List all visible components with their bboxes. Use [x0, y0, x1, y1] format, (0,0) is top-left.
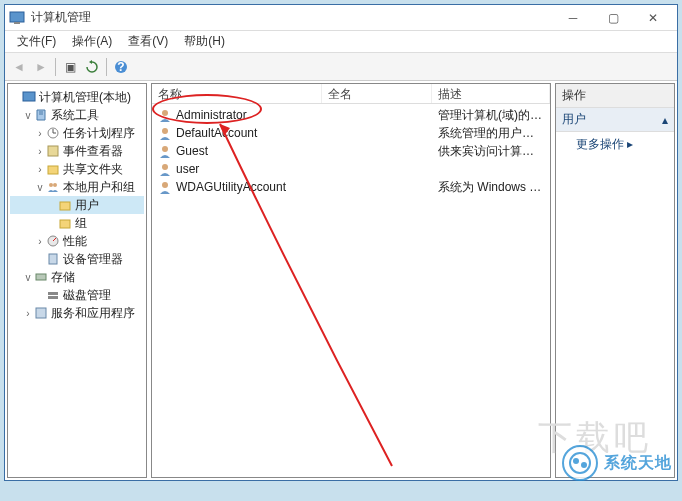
- list-row[interactable]: WDAGUtilityAccount系统为 Windows Defender 应…: [152, 178, 550, 196]
- user-name: Administrator: [176, 108, 247, 122]
- menu-file[interactable]: 文件(F): [9, 31, 64, 52]
- user-desc: 系统为 Windows Defender 应用...: [432, 179, 550, 196]
- user-name: WDAGUtilityAccount: [176, 180, 286, 194]
- list-row[interactable]: user: [152, 160, 550, 178]
- refresh-button[interactable]: [82, 57, 102, 77]
- svg-rect-17: [36, 308, 46, 318]
- svg-rect-1: [14, 22, 20, 24]
- back-button[interactable]: ◄: [9, 57, 29, 77]
- col-name[interactable]: 名称: [152, 84, 322, 103]
- up-button[interactable]: ▣: [60, 57, 80, 77]
- minimize-button[interactable]: ─: [553, 6, 593, 30]
- svg-rect-4: [23, 92, 35, 101]
- user-name: user: [176, 162, 199, 176]
- svg-point-23: [570, 453, 590, 473]
- menu-view[interactable]: 查看(V): [120, 31, 176, 52]
- menu-help[interactable]: 帮助(H): [176, 31, 233, 52]
- watermark: 系统天地: [562, 445, 672, 481]
- svg-point-21: [162, 164, 168, 170]
- actions-header: 操作: [556, 84, 674, 108]
- titlebar: 计算机管理 ─ ▢ ✕: [5, 5, 677, 31]
- svg-point-25: [581, 462, 587, 468]
- tree-local-users-groups[interactable]: v本地用户和组: [10, 178, 144, 196]
- svg-point-9: [53, 183, 57, 187]
- user-icon: [158, 162, 172, 176]
- list-header: 名称 全名 描述: [152, 84, 550, 104]
- tree-services-apps[interactable]: ›服务和应用程序: [10, 304, 144, 322]
- user-icon: [158, 144, 172, 158]
- tree-users[interactable]: 用户: [10, 196, 144, 214]
- user-name: DefaultAccount: [176, 126, 257, 140]
- actions-pane: 操作 用户▴ 更多操作 ▸: [555, 83, 675, 478]
- chevron-up-icon: ▴: [662, 113, 668, 127]
- svg-point-18: [162, 110, 168, 116]
- watermark-text: 系统天地: [604, 453, 672, 474]
- user-desc: 供来宾访问计算机或访问域的内...: [432, 143, 550, 160]
- tree-groups[interactable]: 组: [10, 214, 144, 232]
- chevron-right-icon: ▸: [627, 137, 633, 151]
- watermark-logo-icon: [562, 445, 598, 481]
- svg-point-24: [573, 458, 579, 464]
- app-window: 计算机管理 ─ ▢ ✕ 文件(F) 操作(A) 查看(V) 帮助(H) ◄ ► …: [4, 4, 678, 481]
- user-icon: [158, 108, 172, 122]
- svg-rect-6: [48, 146, 58, 156]
- list-row[interactable]: DefaultAccount系统管理的用户帐户。: [152, 124, 550, 142]
- menu-action[interactable]: 操作(A): [64, 31, 120, 52]
- user-icon: [158, 180, 172, 194]
- list-row[interactable]: Administrator管理计算机(域)的内置帐户: [152, 106, 550, 124]
- svg-point-19: [162, 128, 168, 134]
- actions-more[interactable]: 更多操作 ▸: [556, 132, 674, 157]
- svg-rect-15: [48, 292, 58, 295]
- tree-root[interactable]: 计算机管理(本地): [10, 88, 144, 106]
- actions-group-users[interactable]: 用户▴: [556, 108, 674, 132]
- svg-text:?: ?: [117, 60, 124, 74]
- forward-button[interactable]: ►: [31, 57, 51, 77]
- svg-rect-14: [36, 274, 46, 280]
- close-button[interactable]: ✕: [633, 6, 673, 30]
- svg-rect-10: [60, 202, 70, 210]
- svg-rect-0: [10, 12, 24, 22]
- list-pane: 名称 全名 描述 Administrator管理计算机(域)的内置帐户Defau…: [151, 83, 551, 478]
- tree-performance[interactable]: ›性能: [10, 232, 144, 250]
- window-title: 计算机管理: [31, 9, 553, 26]
- tree-storage[interactable]: v存储: [10, 268, 144, 286]
- col-fullname[interactable]: 全名: [322, 84, 432, 103]
- tree-system-tools[interactable]: v系统工具: [10, 106, 144, 124]
- maximize-button[interactable]: ▢: [593, 6, 633, 30]
- menubar: 文件(F) 操作(A) 查看(V) 帮助(H): [5, 31, 677, 53]
- user-desc: 管理计算机(域)的内置帐户: [432, 107, 550, 124]
- tree-task-scheduler[interactable]: ›任务计划程序: [10, 124, 144, 142]
- list-row[interactable]: Guest供来宾访问计算机或访问域的内...: [152, 142, 550, 160]
- tree-device-manager[interactable]: 设备管理器: [10, 250, 144, 268]
- user-desc: 系统管理的用户帐户。: [432, 125, 550, 142]
- list-body: Administrator管理计算机(域)的内置帐户DefaultAccount…: [152, 104, 550, 477]
- svg-rect-7: [48, 166, 58, 174]
- toolbar: ◄ ► ▣ ?: [5, 53, 677, 81]
- user-icon: [158, 126, 172, 140]
- tree-disk-management[interactable]: 磁盘管理: [10, 286, 144, 304]
- col-description[interactable]: 描述: [432, 84, 550, 103]
- tree-shared-folders[interactable]: ›共享文件夹: [10, 160, 144, 178]
- tree-pane: 计算机管理(本地) v系统工具 ›任务计划程序 ›事件查看器 ›共享文件夹 v本…: [7, 83, 147, 478]
- svg-rect-16: [48, 296, 58, 299]
- svg-point-8: [49, 183, 53, 187]
- content-area: 计算机管理(本地) v系统工具 ›任务计划程序 ›事件查看器 ›共享文件夹 v本…: [5, 81, 677, 480]
- svg-point-22: [162, 182, 168, 188]
- tree-event-viewer[interactable]: ›事件查看器: [10, 142, 144, 160]
- svg-rect-13: [49, 254, 57, 264]
- help-button[interactable]: ?: [111, 57, 131, 77]
- user-name: Guest: [176, 144, 208, 158]
- svg-point-20: [162, 146, 168, 152]
- svg-rect-11: [60, 220, 70, 228]
- app-icon: [9, 10, 25, 26]
